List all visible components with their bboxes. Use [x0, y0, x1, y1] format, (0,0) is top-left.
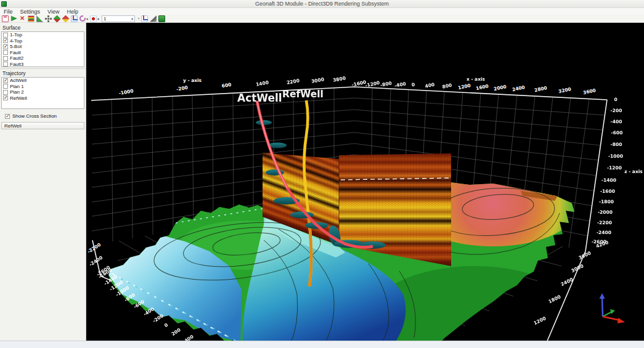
svg-text:-1600: -1600: [600, 188, 615, 194]
trajectory-list: ✓ ActWell Plan 1 Plan 2 ✓ RefWell: [1, 77, 84, 109]
trajectory-group-label: Trajectory: [0, 68, 86, 77]
title-bar: Geonaft 3D Module - Direct3D9 Rendering …: [0, 0, 644, 8]
ref-well-label: RefWell: [282, 89, 324, 100]
chart-icon[interactable]: [36, 15, 43, 22]
trajectory-item-label: ActWell: [10, 78, 26, 83]
checkbox[interactable]: ✓: [3, 95, 8, 100]
x-axis-title: x - axis: [467, 76, 486, 82]
reference-well-field[interactable]: RefWell: [1, 122, 84, 129]
trajectory-item-plan1[interactable]: Plan 1: [2, 84, 84, 90]
surface-item-label: 4-Top: [10, 38, 22, 44]
menu-view[interactable]: View: [44, 9, 63, 15]
checkbox[interactable]: ✓: [3, 38, 8, 43]
svg-text:-400: -400: [611, 119, 622, 124]
layers-icon[interactable]: [28, 15, 35, 22]
import-icon[interactable]: [10, 15, 17, 22]
toolbar-separator: [138, 18, 139, 19]
save-icon[interactable]: [2, 15, 9, 22]
zoom-level-combo[interactable]: 1 ▾: [102, 15, 135, 22]
checkbox[interactable]: [3, 62, 8, 67]
axes-alt-icon[interactable]: [141, 15, 148, 22]
toolbar: ▾ ▾ 1 ▾: [0, 15, 644, 23]
surface-item-label: 1-Top: [10, 32, 22, 38]
trajectory-item-label: Plan 1: [10, 84, 24, 89]
trajectory-item-actwell[interactable]: ✓ ActWell: [2, 78, 84, 84]
surface-item-1top[interactable]: 1-Top: [2, 32, 84, 38]
rotate-dropdown-icon[interactable]: ▾: [86, 17, 88, 21]
checkbox[interactable]: ✓: [3, 78, 8, 83]
delete-icon[interactable]: [19, 15, 26, 22]
svg-text:0: 0: [614, 97, 617, 102]
checkbox[interactable]: [3, 90, 8, 95]
surface-item-label: Fault3: [10, 62, 23, 67]
3d-viewport[interactable]: ActWell RefWell -1000 -200 600 1400 2200…: [86, 23, 644, 341]
surface-item-4top[interactable]: ✓ 4-Top: [2, 38, 84, 44]
trajectory-item-label: Plan 2: [10, 89, 24, 95]
surface-item-label: 5-Bot: [10, 44, 22, 49]
surface-style-icon[interactable]: [53, 15, 60, 22]
svg-text:-2000: -2000: [598, 209, 613, 215]
show-cross-section-row[interactable]: ✓ Show Cross Section: [4, 113, 86, 119]
surface-group-label: Surface: [0, 24, 86, 31]
svg-text:-2400: -2400: [597, 230, 611, 235]
svg-text:-2200: -2200: [597, 220, 612, 225]
checkbox[interactable]: [3, 84, 8, 89]
checkbox[interactable]: ✓: [5, 114, 10, 119]
y-axis-title: y - axis: [183, 78, 202, 83]
svg-text:-800: -800: [611, 142, 622, 147]
surface-item-label: Fault: [10, 50, 21, 55]
app-window: Geonaft 3D Module - Direct3D9 Rendering …: [0, 0, 644, 348]
svg-text:-1000: -1000: [608, 153, 623, 159]
act-well-label: ActWell: [237, 92, 282, 104]
svg-text:-1800: -1800: [599, 199, 614, 204]
target-dropdown-icon[interactable]: ▾: [97, 17, 99, 21]
surface-item-fault2[interactable]: Fault2: [2, 55, 84, 62]
zoom-level-value: 1: [104, 16, 131, 22]
surface-item-fault[interactable]: Fault: [2, 50, 84, 56]
svg-text:-1400: -1400: [601, 177, 616, 183]
pan-icon[interactable]: [45, 15, 52, 22]
svg-text:-600: -600: [611, 130, 623, 136]
menu-help[interactable]: Help: [63, 9, 82, 15]
surface-item-5bot[interactable]: ✓ 5-Bot: [2, 44, 84, 50]
combo-dropdown-icon[interactable]: ▾: [131, 17, 133, 21]
trajectory-item-plan2[interactable]: Plan 2: [2, 89, 84, 95]
show-cross-section-label: Show Cross Section: [12, 113, 57, 119]
status-bar: [0, 341, 644, 348]
trajectory-item-refwell[interactable]: ✓ RefWell: [2, 95, 84, 102]
left-panel: Surface 1-Top ✓ 4-Top ✓ 5-Bot Fault Faul…: [0, 23, 86, 341]
surface-list: 1-Top ✓ 4-Top ✓ 5-Bot Fault Fault2 Fault…: [1, 31, 84, 67]
rotate-icon[interactable]: [79, 15, 86, 22]
svg-text:-200: -200: [611, 108, 622, 113]
checkbox[interactable]: [3, 50, 8, 55]
checkbox[interactable]: [3, 33, 8, 38]
target-icon[interactable]: [90, 15, 97, 22]
surface-item-label: Fault2: [10, 55, 23, 61]
menu-settings[interactable]: Settings: [17, 9, 44, 15]
menu-bar: File Settings View Help: [0, 8, 644, 15]
z-axis-title: z - axis: [624, 169, 643, 174]
svg-text:-1200: -1200: [607, 165, 622, 171]
trajectory-item-label: RefWell: [10, 95, 27, 101]
window-title: Geonaft 3D Module - Direct3D9 Rendering …: [0, 1, 644, 7]
gradient-icon[interactable]: [150, 15, 157, 22]
menu-file[interactable]: File: [0, 9, 17, 15]
3d-scene[interactable]: ActWell RefWell -1000 -200 600 1400 2200…: [86, 23, 644, 341]
surface-style-alt-icon[interactable]: [62, 15, 69, 22]
checkbox[interactable]: [3, 56, 8, 61]
checkbox[interactable]: ✓: [3, 44, 8, 49]
surface-item-fault3[interactable]: Fault3: [2, 62, 84, 68]
axes-toggle-icon[interactable]: [71, 15, 78, 22]
snapshot-icon[interactable]: [158, 15, 165, 22]
